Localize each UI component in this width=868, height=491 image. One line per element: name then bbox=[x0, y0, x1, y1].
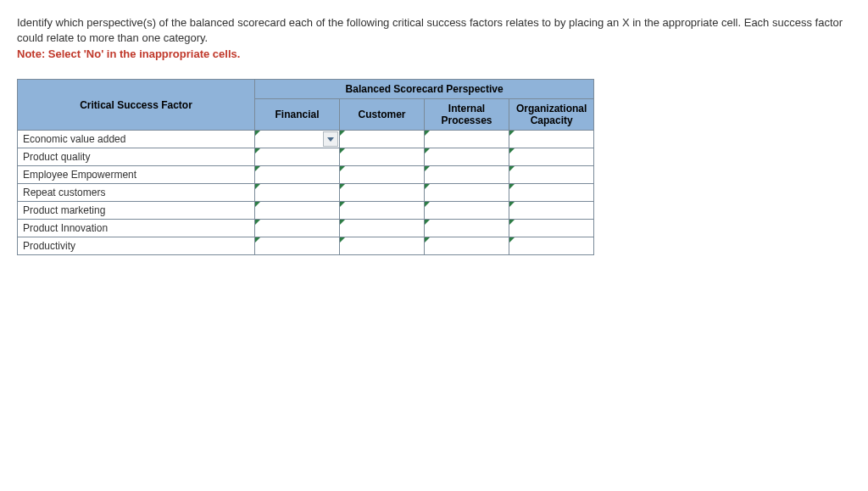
dropdown-cell[interactable] bbox=[340, 184, 425, 202]
instructions-text: Identify which perspective(s) of the bal… bbox=[17, 15, 851, 45]
instructions-note: Note: Select 'No' in the inappropriate c… bbox=[17, 47, 851, 60]
dropdown-cell[interactable] bbox=[340, 202, 425, 220]
cell-corner-icon bbox=[509, 237, 515, 243]
table-row: Repeat customers bbox=[18, 184, 594, 202]
cell-corner-icon bbox=[509, 166, 515, 171]
dropdown-cell[interactable] bbox=[425, 131, 509, 148]
dropdown-cell[interactable] bbox=[255, 184, 340, 202]
dropdown-cell[interactable] bbox=[425, 148, 509, 166]
cell-corner-icon bbox=[509, 202, 515, 207]
dropdown-cell[interactable] bbox=[425, 237, 509, 255]
header-balanced-scorecard-perspective: Balanced Scorecard Perspective bbox=[255, 80, 594, 99]
cell-corner-icon bbox=[255, 131, 260, 136]
dropdown-cell[interactable] bbox=[255, 237, 340, 255]
dropdown-cell[interactable] bbox=[425, 184, 509, 202]
dropdown-cell[interactable] bbox=[509, 184, 594, 202]
cell-corner-icon bbox=[255, 237, 260, 243]
cell-corner-icon bbox=[425, 184, 430, 189]
header-customer: Customer bbox=[340, 99, 425, 131]
dropdown-cell[interactable] bbox=[509, 237, 594, 255]
dropdown-cell[interactable] bbox=[255, 148, 340, 166]
header-internal-processes: Internal Processes bbox=[425, 99, 509, 131]
dropdown-cell[interactable] bbox=[425, 202, 509, 220]
cell-corner-icon bbox=[340, 202, 345, 207]
header-organizational-capacity: Organizational Capacity bbox=[509, 99, 594, 131]
dropdown-cell[interactable] bbox=[509, 202, 594, 220]
table-row: Product quality bbox=[18, 148, 594, 166]
cell-corner-icon bbox=[509, 184, 515, 189]
dropdown-cell[interactable] bbox=[340, 131, 425, 148]
dropdown-cell[interactable] bbox=[340, 220, 425, 237]
cell-corner-icon bbox=[340, 166, 345, 171]
cell-corner-icon bbox=[340, 131, 345, 136]
cell-corner-icon bbox=[340, 220, 345, 225]
cell-corner-icon bbox=[255, 220, 260, 225]
dropdown-cell[interactable] bbox=[425, 166, 509, 184]
dropdown-cell[interactable] bbox=[509, 148, 594, 166]
table-row: Product Innovation bbox=[18, 220, 594, 237]
cell-corner-icon bbox=[340, 237, 345, 243]
cell-corner-icon bbox=[425, 237, 430, 243]
scorecard-table: Critical Success Factor Balanced Scoreca… bbox=[17, 79, 594, 255]
dropdown-cell[interactable] bbox=[340, 148, 425, 166]
cell-corner-icon bbox=[425, 148, 430, 153]
dropdown-cell[interactable] bbox=[255, 166, 340, 184]
cell-corner-icon bbox=[255, 202, 260, 207]
dropdown-cell[interactable] bbox=[255, 220, 340, 237]
table-row: Product marketing bbox=[18, 202, 594, 220]
cell-corner-icon bbox=[255, 184, 260, 189]
dropdown-arrow-icon[interactable] bbox=[323, 131, 338, 147]
cell-corner-icon bbox=[340, 184, 345, 189]
cell-corner-icon bbox=[425, 202, 430, 207]
factor-label: Productivity bbox=[18, 237, 255, 255]
factor-label: Product quality bbox=[18, 148, 255, 166]
dropdown-cell[interactable] bbox=[255, 202, 340, 220]
cell-corner-icon bbox=[509, 131, 515, 136]
factor-label: Economic value added bbox=[18, 131, 255, 148]
table-row: Productivity bbox=[18, 237, 594, 255]
dropdown-cell[interactable] bbox=[509, 166, 594, 184]
factor-label: Employee Empowerment bbox=[18, 166, 255, 184]
cell-corner-icon bbox=[509, 148, 515, 153]
factor-label: Product Innovation bbox=[18, 220, 255, 237]
factor-label: Repeat customers bbox=[18, 184, 255, 202]
cell-corner-icon bbox=[255, 148, 260, 153]
cell-corner-icon bbox=[425, 220, 430, 225]
header-critical-success-factor: Critical Success Factor bbox=[18, 80, 255, 131]
dropdown-cell[interactable] bbox=[255, 131, 340, 148]
cell-corner-icon bbox=[509, 220, 515, 225]
table-row: Economic value added bbox=[18, 131, 594, 148]
dropdown-cell[interactable] bbox=[340, 237, 425, 255]
dropdown-cell[interactable] bbox=[425, 220, 509, 237]
cell-corner-icon bbox=[425, 131, 430, 136]
dropdown-cell[interactable] bbox=[509, 131, 594, 148]
table-row: Employee Empowerment bbox=[18, 166, 594, 184]
cell-corner-icon bbox=[340, 148, 345, 153]
cell-corner-icon bbox=[255, 166, 260, 171]
dropdown-cell[interactable] bbox=[509, 220, 594, 237]
factor-label: Product marketing bbox=[18, 202, 255, 220]
header-financial: Financial bbox=[255, 99, 340, 131]
dropdown-cell[interactable] bbox=[340, 166, 425, 184]
table-body: Economic value addedProduct qualityEmplo… bbox=[18, 131, 594, 255]
cell-corner-icon bbox=[425, 166, 430, 171]
